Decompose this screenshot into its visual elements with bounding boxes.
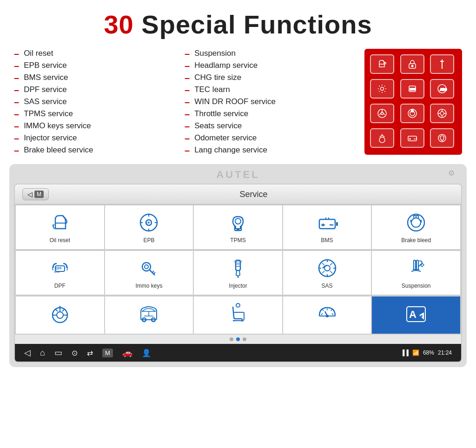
service-wheel-align[interactable] [16, 296, 104, 334]
service-title: Service [53, 190, 454, 199]
svg-point-36 [235, 218, 241, 224]
nav-icons-left: ◁ ⌂ ▭ ⊙ ⇄ M 🚗 👤 [24, 348, 151, 358]
service-sas[interactable]: SAS [283, 251, 371, 295]
back-arrow: ◁ [27, 191, 33, 198]
icon-oil [370, 54, 394, 74]
feature-headlamp: –Headlamp service [185, 61, 355, 70]
feature-tpms: –TPMS service [14, 109, 185, 119]
person-nav-icon[interactable]: 👤 [142, 349, 151, 357]
svg-line-79 [331, 310, 332, 311]
service-injector[interactable]: Injector [194, 251, 282, 295]
svg-line-77 [332, 313, 333, 315]
wifi-nav-icon[interactable]: ⇄ [87, 349, 93, 357]
feature-bms: –BMS service [14, 73, 185, 82]
svg-point-46 [411, 218, 421, 227]
m-nav-icon[interactable]: M [102, 349, 113, 357]
page-dots [15, 335, 461, 344]
menu-nav-icon[interactable]: ▭ [54, 348, 62, 358]
feature-dpf: –DPF service [14, 85, 185, 94]
service-brake-bleed[interactable]: Brake bleed [372, 205, 460, 249]
signal-icon: ▐▐ [401, 349, 409, 356]
immo-label: Immo keys [135, 283, 162, 289]
bottom-nav: ◁ ⌂ ▭ ⊙ ⇄ M 🚗 👤 ▐▐ 📶 68% 21:24 [15, 344, 461, 362]
svg-point-2 [411, 66, 413, 67]
feature-suspension: –Suspension [185, 49, 355, 58]
service-odometer[interactable] [283, 296, 371, 334]
svg-point-0 [384, 62, 386, 64]
svg-rect-38 [319, 219, 335, 229]
home-nav-icon[interactable]: ⌂ [40, 348, 45, 358]
svg-text:!: ! [146, 222, 147, 225]
feature-windr: –WIN DR ROOF service [185, 97, 355, 106]
brand-label: AUTEL [14, 169, 462, 181]
icon-epb [400, 54, 424, 74]
feature-chg: –CHG tire size [185, 73, 355, 82]
svg-point-5 [381, 87, 384, 91]
sas-label: SAS [322, 283, 333, 289]
search-nav-icon[interactable]: ⊙ [72, 349, 78, 357]
home-button[interactable]: ◁ M [22, 188, 49, 200]
battery-status: 68% [423, 349, 434, 356]
svg-text:SCR: SCR [54, 270, 60, 273]
icon-wheel [430, 104, 454, 123]
service-oil-reset[interactable]: Oil reset [16, 205, 104, 249]
svg-line-76 [321, 313, 323, 315]
svg-point-19 [440, 112, 444, 115]
svg-rect-62 [416, 260, 418, 270]
service-grid-row2: DPF SCR DPF Immo keys [15, 250, 461, 296]
back-nav-icon[interactable]: ◁ [24, 348, 31, 358]
svg-point-11 [381, 112, 383, 115]
svg-point-52 [145, 265, 148, 269]
brake-bleed-label: Brake bleed [401, 237, 431, 244]
svg-line-80 [323, 310, 324, 311]
feature-epb: –EPB service [14, 61, 185, 70]
tablet-screen: ◁ M Service Oil reset [14, 184, 462, 362]
service-grid-row1: Oil reset ! EPB [15, 204, 461, 250]
dot-1[interactable] [230, 337, 233, 341]
service-seat[interactable] [194, 296, 282, 334]
icon-tpms [370, 128, 394, 148]
car-nav-icon[interactable]: 🚗 [122, 348, 132, 358]
service-epb[interactable]: ! EPB [105, 205, 193, 249]
feature-oil-reset: –Oil reset [14, 49, 185, 58]
service-suspension[interactable]: Suspension [372, 251, 460, 295]
svg-line-13 [379, 113, 381, 115]
service-tpms[interactable]: TPMS [194, 205, 282, 249]
svg-point-75 [326, 315, 329, 317]
wifi-status-icon: 📶 [412, 349, 419, 356]
service-bms[interactable]: BMS [283, 205, 371, 249]
icon-gear [370, 79, 394, 99]
bms-label: BMS [321, 237, 333, 244]
svg-point-51 [142, 263, 151, 271]
epb-label: EPB [143, 237, 154, 244]
service-dpf[interactable]: DPF SCR DPF [16, 251, 104, 295]
icon-dpf: DPF [400, 79, 424, 99]
settings-icon: ⚙ [448, 169, 457, 178]
feature-seats: –Seats service [185, 121, 355, 131]
svg-rect-61 [414, 260, 416, 270]
feature-sas: –SAS service [14, 97, 185, 106]
svg-point-34 [148, 222, 150, 224]
svg-rect-39 [336, 222, 338, 226]
feature-brake: –Brake bleed service [14, 145, 185, 155]
svg-rect-58 [234, 260, 242, 263]
feature-lang: –Lang change service [185, 145, 355, 155]
icon-extra [430, 128, 454, 148]
icon-battery [400, 128, 424, 148]
dpf-label: DPF [54, 283, 66, 289]
svg-rect-26 [408, 136, 416, 141]
dot-2[interactable] [236, 337, 240, 341]
svg-line-53 [152, 271, 154, 273]
service-lang[interactable]: A [372, 296, 460, 334]
service-immo[interactable]: Immo keys [105, 251, 193, 295]
service-car[interactable] [105, 296, 193, 334]
feature-throttle: –Throttle service [185, 109, 355, 119]
feature-icons-box: DPF ABS [364, 49, 462, 155]
svg-point-59 [319, 260, 336, 277]
dot-3[interactable] [243, 337, 246, 341]
svg-rect-17 [411, 109, 413, 112]
feature-odometer: –Odometer service [185, 133, 355, 143]
injector-label: Injector [229, 283, 247, 289]
svg-text:DPF: DPF [56, 267, 62, 270]
feature-tec: –TEC learn [185, 85, 355, 94]
